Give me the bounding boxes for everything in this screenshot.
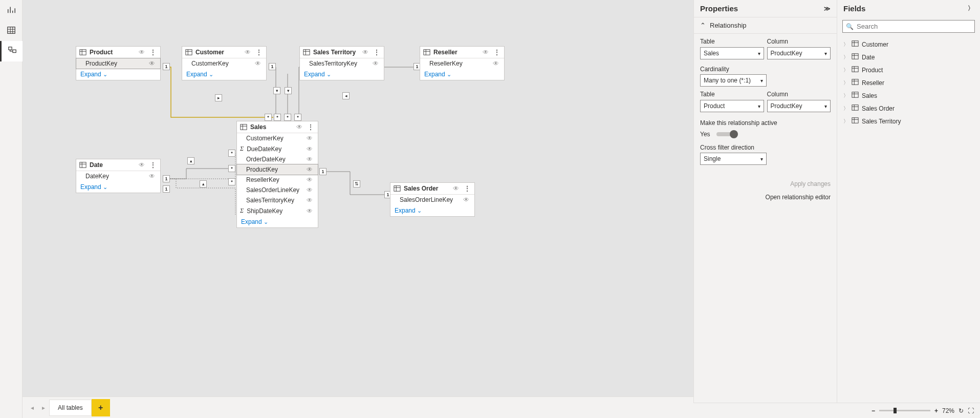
eye-off-icon[interactable]: 👁 [307, 186, 314, 194]
dropdown-crossfilter[interactable]: Single▾ [700, 153, 767, 165]
zoom-in-button[interactable]: + [934, 407, 938, 414]
field-table-date[interactable]: 〉Date [842, 51, 975, 64]
view-data[interactable] [0, 20, 23, 41]
field-table-product[interactable]: 〉Product [842, 64, 975, 76]
expand-button[interactable]: Expand [390, 205, 474, 216]
field-duedatekey[interactable]: ΣDueDateKey👁 [237, 143, 318, 154]
field-table-salesorder[interactable]: 〉Sales Order [842, 102, 975, 115]
eye-off-icon[interactable]: 👁 [307, 176, 314, 183]
search-field[interactable] [857, 23, 971, 30]
dropdown-cardinality[interactable]: Many to one (*:1)▾ [700, 74, 767, 87]
expand-button[interactable]: Expand [420, 69, 504, 80]
eye-off-icon[interactable]: 👁 [493, 60, 500, 67]
field-table-reseller[interactable]: 〉Reseller [842, 76, 975, 89]
more-icon[interactable]: ⋮ [373, 49, 381, 56]
eye-off-icon[interactable]: 👁 [307, 207, 314, 215]
eye-off-icon[interactable]: 👁 [307, 197, 314, 204]
view-report[interactable] [0, 0, 23, 20]
dropdown-table1[interactable]: Sales▾ [700, 47, 764, 59]
eye-off-icon[interactable]: 👁 [255, 60, 262, 67]
more-icon[interactable]: ⋮ [307, 123, 315, 131]
section-relationship[interactable]: ⌃Relationship [694, 17, 837, 34]
eye-off-icon[interactable]: 👁 [149, 60, 156, 67]
more-icon[interactable]: ⋮ [463, 185, 471, 192]
field-table-salesterritory[interactable]: 〉Sales Territory [842, 115, 975, 128]
eye-off-icon[interactable]: 👁 [463, 196, 470, 203]
expand-button[interactable]: Expand [182, 69, 266, 80]
table-card-date[interactable]: Date👁⋮ DateKey👁 Expand [76, 159, 161, 193]
field-salesterritorykey[interactable]: SalesTerritoryKey👁 [237, 195, 318, 205]
apply-changes-button[interactable]: Apply changes [700, 177, 831, 191]
eye-off-icon[interactable]: 👁 [149, 173, 156, 180]
svg-rect-13 [852, 79, 858, 85]
field-customerkey[interactable]: CustomerKey👁 [237, 133, 318, 143]
eye-icon[interactable]: 👁 [139, 49, 146, 56]
field-resellerkey[interactable]: ResellerKey👁 [237, 175, 318, 185]
chevron-right-icon: 〉 [843, 92, 848, 99]
eye-icon[interactable]: 👁 [483, 49, 490, 56]
eye-icon[interactable]: 👁 [139, 161, 146, 169]
field-datekey[interactable]: DateKey👁 [76, 171, 160, 181]
eye-off-icon[interactable]: 👁 [307, 166, 314, 173]
reset-zoom-icon[interactable]: ↻ [959, 407, 964, 414]
eye-icon[interactable]: 👁 [296, 123, 303, 131]
svg-rect-0 [8, 27, 15, 33]
field-shipdatekey[interactable]: ΣShipDateKey👁 [237, 205, 318, 216]
eye-icon[interactable]: 👁 [453, 185, 460, 192]
table-card-salesterritory[interactable]: Sales Territory👁⋮ SalesTerritoryKey👁 Exp… [299, 46, 384, 80]
view-model[interactable] [0, 41, 23, 61]
more-icon[interactable]: ⋮ [255, 49, 263, 56]
table-card-reseller[interactable]: Reseller👁⋮ ResellerKey👁 Expand [420, 46, 505, 80]
svg-rect-15 [852, 105, 858, 111]
field-salesorderlinekey[interactable]: SalesOrderLineKey👁 [390, 195, 474, 205]
tab-next-button[interactable]: ▸ [38, 402, 49, 413]
tab-all-tables[interactable]: All tables [49, 400, 92, 416]
eye-off-icon[interactable]: 👁 [307, 156, 314, 163]
field-table-sales[interactable]: 〉Sales [842, 89, 975, 102]
expand-button[interactable]: Expand [300, 69, 384, 80]
expand-button[interactable]: Expand [76, 69, 160, 80]
eye-icon[interactable]: 👁 [362, 49, 369, 56]
dropdown-table2[interactable]: Product▾ [700, 100, 764, 112]
model-canvas[interactable]: 1 1 1 * * * * 1 1 * * * 1 1 ▸ ▾ ▾ ◂ ▴ ▴ … [23, 0, 693, 396]
search-input[interactable]: 🔍 [842, 20, 975, 33]
chevron-down-icon [326, 71, 331, 78]
eye-icon[interactable]: 👁 [245, 49, 252, 56]
more-icon[interactable]: ⋮ [149, 49, 157, 56]
open-editor-button[interactable]: Open relationship editor [700, 191, 831, 204]
field-salesorderlinekey[interactable]: SalesOrderLineKey👁 [237, 185, 318, 195]
tab-prev-button[interactable]: ◂ [27, 402, 38, 413]
collapse-icon[interactable]: ≫ [824, 5, 831, 12]
zoom-slider[interactable] [879, 410, 930, 411]
cardinality-badge: 1 [319, 168, 326, 175]
field-table-customer[interactable]: 〉Customer [842, 38, 975, 51]
eye-off-icon[interactable]: 👁 [373, 60, 380, 67]
table-icon [852, 91, 859, 100]
toggle-active[interactable] [716, 132, 737, 136]
table-title: Sales [250, 123, 293, 131]
fit-to-page-icon[interactable]: ⛶ [968, 407, 974, 414]
table-card-salesorder[interactable]: Sales Order👁⋮ SalesOrderLineKey👁 Expand [390, 182, 475, 217]
table-card-customer[interactable]: Customer👁⋮ CustomerKey👁 Expand [182, 46, 267, 80]
expand-button[interactable]: Expand [76, 181, 160, 193]
more-icon[interactable]: ⋮ [493, 49, 501, 56]
collapse-icon[interactable]: 〉 [968, 4, 974, 13]
eye-off-icon[interactable]: 👁 [307, 135, 314, 142]
zoom-out-button[interactable]: − [872, 407, 875, 414]
field-customerkey[interactable]: CustomerKey👁 [182, 58, 266, 69]
eye-off-icon[interactable]: 👁 [307, 145, 314, 153]
tab-add-button[interactable]: + [92, 399, 110, 416]
expand-button[interactable]: Expand [237, 216, 318, 227]
dropdown-column2[interactable]: ProductKey▾ [767, 100, 831, 112]
dropdown-column1[interactable]: ProductKey▾ [767, 47, 831, 59]
field-resellerkey[interactable]: ResellerKey👁 [420, 58, 504, 69]
field-productkey[interactable]: ProductKey👁 [76, 58, 161, 69]
field-salesterritorykey[interactable]: SalesTerritoryKey👁 [300, 58, 384, 69]
more-icon[interactable]: ⋮ [149, 161, 157, 169]
label-table: Table [700, 38, 764, 45]
field-productkey[interactable]: ProductKey👁 [236, 164, 318, 175]
table-card-sales[interactable]: Sales👁⋮ CustomerKey👁 ΣDueDateKey👁 OrderD… [236, 121, 318, 228]
table-title: Date [90, 161, 136, 169]
table-card-product[interactable]: Product👁⋮ ProductKey👁 Expand [76, 46, 161, 80]
field-orderdatekey[interactable]: OrderDateKey👁 [237, 154, 318, 164]
